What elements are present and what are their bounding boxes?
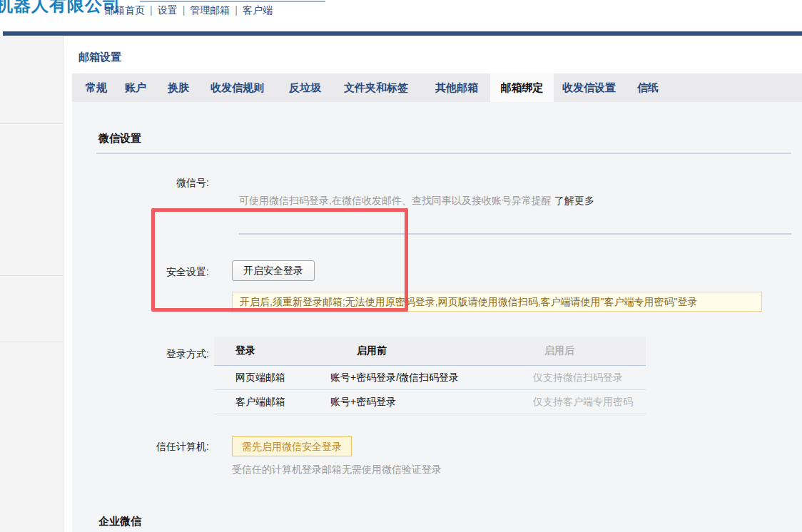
trusted-computer-disabled-button[interactable]: 需先启用微信安全登录 <box>232 436 352 456</box>
top-nav: 邮箱首页|设置|管理邮箱|客户端 <box>105 4 273 17</box>
col-header-login: 登录 <box>214 344 328 357</box>
col-header-before: 启用前 <box>328 344 533 357</box>
company-logo[interactable]: 机器人有限公司 <box>0 0 121 16</box>
cell-web-after: 仅支持微信扫码登录 <box>533 372 646 384</box>
cell-client-mail: 客户端邮箱 <box>214 396 328 409</box>
cell-client-before: 账号+密码登录 <box>328 396 533 409</box>
top-header: 机器人有限公司 邮箱首页|设置|管理邮箱|客户端 <box>0 0 802 31</box>
login-method-label: 登录方式: <box>102 348 209 361</box>
content-divider <box>239 233 791 235</box>
wechat-desc-text: 可使用微信扫码登录,在微信收发邮件、查找同事以及接收账号异常提醒 <box>239 195 552 206</box>
settings-tabbar: 常规 账户 换肤 收发信规则 反垃圾 文件夹和标签 其他邮箱 邮箱绑定 收发信设… <box>72 73 802 102</box>
tab-account[interactable]: 账户 <box>125 73 146 102</box>
wechat-id-description: 可使用微信扫码登录,在微信收发邮件、查找同事以及接收账号异常提醒了解更多 <box>239 195 594 208</box>
table-row: 网页端邮箱 账号+密码登录/微信扫码登录 仅支持微信扫码登录 <box>214 366 646 390</box>
sidebar-divider <box>0 342 64 342</box>
sidebar-divider <box>0 123 64 124</box>
wechat-id-label: 微信号: <box>102 177 209 190</box>
learn-more-link[interactable]: 了解更多 <box>554 195 594 206</box>
nav-separator: | <box>183 4 186 16</box>
nav-client[interactable]: 客户端 <box>243 4 273 16</box>
left-sidebar <box>0 36 64 532</box>
wechat-section-title: 微信设置 <box>98 132 141 145</box>
nav-settings[interactable]: 设置 <box>158 4 178 16</box>
nav-mail-home[interactable]: 邮箱首页 <box>105 4 145 16</box>
tab-general[interactable]: 常规 <box>86 73 107 102</box>
nav-separator: | <box>150 4 153 16</box>
email-settings-page: 机器人有限公司 邮箱首页|设置|管理邮箱|客户端 邮箱设置 常规 账户 换肤 收… <box>0 0 802 532</box>
secure-login-warning: 开启后,须重新登录邮箱;无法使用原密码登录,网页版请使用微信扫码,客户端请使用"… <box>232 292 762 312</box>
sidebar-divider <box>0 275 64 276</box>
trusted-computer-note: 受信任的计算机登录邮箱无需使用微信验证登录 <box>232 464 442 476</box>
tab-mail-rules[interactable]: 收发信规则 <box>210 73 264 102</box>
tab-content: 微信设置 微信号: 可使用微信扫码登录,在微信收发邮件、查找同事以及接收账号异常… <box>72 102 802 532</box>
cell-web-before: 账号+密码登录/微信扫码登录 <box>328 372 533 384</box>
cropped-text-fragment <box>140 0 325 2</box>
enterprise-wechat-section-title: 企业微信 <box>98 515 141 528</box>
table-row: 客户端邮箱 账号+密码登录 仅支持客户端专用密码 <box>214 390 646 414</box>
col-header-after: 启用后 <box>533 344 646 357</box>
tab-send-receive[interactable]: 收发信设置 <box>562 73 616 102</box>
tab-antispam[interactable]: 反垃圾 <box>289 73 321 102</box>
enable-secure-login-button[interactable]: 开启安全登录 <box>232 260 315 281</box>
main-top-strip: 邮箱设置 <box>72 36 802 73</box>
tab-stationery[interactable]: 信纸 <box>637 73 659 102</box>
page-title: 邮箱设置 <box>78 51 121 64</box>
security-settings-label: 安全设置: <box>102 266 209 279</box>
nav-separator: | <box>235 4 238 16</box>
main-area: 邮箱设置 常规 账户 换肤 收发信规则 反垃圾 文件夹和标签 其他邮箱 邮箱绑定… <box>72 36 802 532</box>
cell-client-after: 仅支持客户端专用密码 <box>533 396 646 409</box>
login-method-table: 登录 启用前 启用后 网页端邮箱 账号+密码登录/微信扫码登录 仅支持微信扫码登… <box>214 337 646 414</box>
nav-manage-mailbox[interactable]: 管理邮箱 <box>190 4 230 16</box>
cell-web-mail: 网页端邮箱 <box>214 372 328 384</box>
section-underline <box>96 153 791 154</box>
table-header-row: 登录 启用前 启用后 <box>214 337 646 366</box>
tab-other-mailbox[interactable]: 其他邮箱 <box>435 73 478 102</box>
tab-skin[interactable]: 换肤 <box>168 73 189 102</box>
trusted-computer-label: 信任计算机: <box>102 441 209 454</box>
tab-folders-labels[interactable]: 文件夹和标签 <box>344 73 408 102</box>
